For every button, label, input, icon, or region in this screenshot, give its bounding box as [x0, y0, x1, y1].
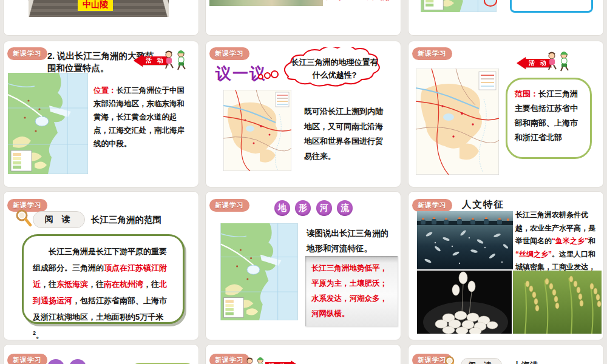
- slide-location-activity[interactable]: 新课学习 2. 说出长江三角洲的大致范围和位置特点。 活 动: [4, 41, 198, 187]
- topic-chip: 形: [295, 200, 311, 216]
- lesson-badge: 新课学习: [7, 354, 47, 364]
- topic-chip: 河: [316, 200, 332, 216]
- slide-human-features[interactable]: 新课学习 人文特征: [409, 192, 603, 340]
- slide-title: 人文特征: [462, 198, 504, 211]
- running-kids-icon: [161, 50, 189, 70]
- fishing-harvest-photo: [417, 211, 513, 269]
- answer-text: 长江三角洲地势低平，平原为主，土壤肥沃；水系发达，河湖众多，河网纵横。: [305, 256, 398, 326]
- running-kids-icon: [544, 51, 572, 72]
- slide-reading-range[interactable]: 新课学习 阅 读 长江三角洲的范围 长江三角洲是长江下游平原的重要组成部分。三角…: [4, 192, 198, 340]
- slide-sorter-page: 中山陵 长江三角洲: [0, 0, 607, 364]
- silkworm-cocoons-photo: [417, 271, 512, 334]
- road-map: [416, 69, 499, 177]
- running-kids-icon: [243, 357, 268, 364]
- lesson-badge: 新课学习: [7, 47, 47, 60]
- arrow-head-icon: [291, 360, 300, 364]
- road-map: [223, 90, 291, 174]
- topographic-map: [220, 223, 299, 323]
- lesson-badge: 新课学习: [412, 199, 452, 212]
- lesson-badge: 新课学习: [412, 47, 452, 60]
- arrow-head-icon: [134, 55, 143, 67]
- slide-thumb-shanghai-port[interactable]: 新课学习 阅 读 上海港: [409, 345, 603, 364]
- slide-thumb-painting[interactable]: 长江三角洲: [206, 0, 401, 35]
- rice-field-photo: [513, 271, 602, 334]
- topic-chip: [47, 359, 64, 364]
- topic-chip: 地: [274, 200, 290, 216]
- slide-discussion[interactable]: 新课学习 议一议 长江三角洲的地理位置有 什么优越性?: [206, 41, 401, 187]
- photo-caption-label: 中山陵: [78, 0, 113, 11]
- topic-chip: [69, 359, 86, 364]
- slide-range-activity[interactable]: 新课学习 活 动: [409, 41, 603, 187]
- reading-callout: 长江三角洲是长江下游平原的重要组成部分。三角洲的顶点在江苏镇江附近，往东抵海滨，…: [22, 234, 185, 324]
- topic-chip: 流: [337, 200, 353, 216]
- range-text: 范围：长江三角洲主要包括江苏省中部和南部、上海市和浙江省北部: [507, 79, 590, 152]
- magnifier-icon: [444, 356, 458, 364]
- slide-thumb-next-1[interactable]: 新课学习: [4, 345, 198, 364]
- thought-bubble-dot: [258, 74, 263, 79]
- discuss-heading: 议一议: [215, 63, 266, 84]
- location-paragraph: 位置：长江三角洲位于中国东部沿海地区，东临东海和黄海，长江黄金水道的起点，江海交…: [93, 84, 191, 150]
- reading-title: 长江三角洲的范围: [91, 214, 161, 226]
- map-prompt: 读图说出长江三角洲的地形和河流特征。: [307, 226, 399, 256]
- read-pill: 阅 读: [33, 211, 85, 228]
- clipped-slide-title: 长江三角洲: [325, 0, 395, 2]
- range-callout: 范围：长江三角洲主要包括江苏省中部和南部、上海市和浙江省北部: [506, 78, 592, 159]
- slide-thumb-map-intro[interactable]: [409, 0, 603, 35]
- arrow-head-icon: [517, 57, 526, 69]
- slide-thumb-next-2[interactable]: 新课学习 活 动: [206, 345, 401, 364]
- callout-box: [510, 0, 593, 13]
- landscape-painting-image: [209, 0, 323, 6]
- read-pill: 阅 读: [461, 358, 502, 364]
- lesson-badge: 新课学习: [209, 47, 249, 60]
- cloud-question: 长江三角洲的地理位置有 什么优越性?: [282, 56, 387, 81]
- activity-arrow: 活 动: [265, 360, 300, 364]
- advantage-answer: 既可沿长江上溯到内陆地区，又可同南北沿海地区和世界各国进行贸易往来。: [304, 104, 389, 164]
- port-title: 上海港: [513, 360, 538, 364]
- slide-landform-rivers[interactable]: 新课学习 地 形 河 流: [206, 192, 401, 340]
- topographic-map: [8, 73, 88, 177]
- lesson-badge: 新课学习: [209, 199, 249, 212]
- answer-box: 长江三角洲地势低平，平原为主，土壤肥沃；水系发达，河湖众多，河网纵横。: [305, 256, 398, 326]
- reading-paragraph: 长江三角洲是长江下游平原的重要组成部分。三角洲的顶点在江苏镇江附近，往东抵海滨，…: [24, 236, 183, 340]
- thought-bubble-dot: [264, 72, 271, 79]
- slide-thumb-zhongshanling[interactable]: 中山陵: [4, 0, 198, 35]
- magnifier-icon: [15, 209, 33, 227]
